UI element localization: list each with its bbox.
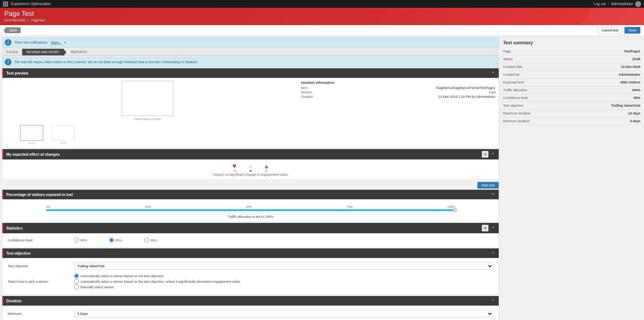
avatar-icon[interactable] — [635, 1, 641, 7]
collapse-icon[interactable]: ⌃ — [490, 70, 496, 76]
collapse-icon[interactable]: ⌃ — [490, 225, 496, 231]
notif-more-link[interactable]: More... — [51, 41, 62, 44]
notifications-bar: i There are notifications. More... ▾ — [2, 37, 499, 48]
tab-pages[interactable]: PAGES — [2, 49, 22, 55]
minimum-label: Minimum: — [8, 312, 74, 316]
test-summary-panel: Test summary PageTestPage1StatusDraftCre… — [502, 37, 642, 320]
effect-slider[interactable]: ≡ — [6, 162, 495, 171]
summary-row: Maximum duration14 days — [502, 110, 642, 117]
summary-row: Confidence level95% — [502, 94, 642, 102]
forecast-bar: i The test will require 4362 visitors to… — [2, 57, 499, 67]
panel-title: Test objective — [6, 251, 31, 255]
user-name[interactable]: Administrator — [611, 2, 633, 6]
panel-title: My expected effect of changes — [6, 152, 60, 156]
thumb-2[interactable]: 2 / 2 — [52, 125, 75, 145]
summary-row: Traffic allocation100% — [502, 86, 642, 94]
separator: | — [608, 2, 609, 6]
panel-test-preview: Test preview ⌃ Click image to zoom 1 / 2… — [2, 68, 499, 148]
reset-icon[interactable]: ⟳ — [482, 225, 488, 231]
panel-statistics: Statistics ⟳ ⌃ Confidence level: 90% 95%… — [2, 223, 499, 247]
objective-label: Test objective: — [8, 264, 74, 268]
traffic-note: Traffic allocation is set to 100% — [6, 215, 495, 219]
breadcrumb: DASHBOARD | PageTest — [4, 18, 640, 22]
panel-expected-effect: My expected effect of changes ⟳ ⌃ ≡ I ex… — [2, 149, 499, 180]
objective-select[interactable]: Trailing Value/Visit — [74, 262, 493, 270]
minimum-select[interactable]: 3 Days — [74, 310, 493, 317]
action-bar: Back Cancel test Save — [0, 25, 644, 36]
panel-title: Test preview — [6, 71, 28, 75]
cancel-test-button[interactable]: Cancel test — [598, 27, 622, 34]
crumb-dashboard[interactable]: DASHBOARD — [4, 18, 25, 22]
preview-image[interactable] — [122, 81, 173, 116]
thumb-1[interactable]: 1 / 2 — [20, 125, 43, 145]
summary-row: Created date12-Dec-2019 — [502, 63, 642, 71]
summary-row: Expected time4362 visitors — [502, 79, 642, 86]
collapse-icon[interactable]: ⌃ — [490, 298, 496, 304]
tab-bar: PAGES REVIEW AND START REPORTS — [2, 48, 499, 56]
notif-text: There are notifications. — [14, 41, 48, 44]
panel-title: Duration — [6, 299, 21, 303]
save-button[interactable]: Save — [624, 27, 640, 34]
collapse-icon[interactable]: ⌃ — [490, 192, 496, 197]
back-button[interactable]: Back — [6, 27, 21, 33]
radio-99[interactable]: 99% — [144, 238, 157, 242]
slider-handle[interactable] — [453, 208, 457, 212]
radio-90[interactable]: 90% — [74, 238, 87, 242]
preview-caption: Click image to zoom — [134, 117, 161, 121]
panel-title: Percentage of visitors exposed to test — [6, 193, 73, 197]
collapse-icon[interactable]: ⌃ — [490, 250, 496, 256]
reset-icon[interactable]: ⟳ — [482, 151, 488, 158]
decrease-icon — [233, 165, 236, 168]
panel-traffic: Percentage of visitors exposed to test ⌃… — [2, 190, 499, 222]
summary-row: Minimum duration3 days — [502, 117, 642, 125]
variation-info: Variation information: Item:/Sagittarius… — [301, 81, 495, 145]
forecast-text: The test will require 4362 visitors to f… — [14, 60, 198, 64]
effect-note: I expect no significant change in engage… — [6, 173, 495, 176]
winner-opt-1[interactable]: Automatically select a winner based on t… — [74, 273, 493, 278]
radio-95[interactable]: 95% — [109, 238, 122, 242]
apps-icon[interactable] — [3, 1, 8, 7]
panel-duration: Duration ⌃ Minimum: 3 Days Maximum: 14 D… — [2, 296, 499, 320]
winner-opt-3[interactable]: Manually select winner — [74, 285, 493, 289]
info-icon: i — [5, 39, 11, 46]
summary-row: Created byAdministrator — [502, 71, 642, 79]
crumb-current: PageTest — [31, 18, 45, 22]
winner-opt-2[interactable]: Automatically select a winner based on t… — [74, 279, 493, 284]
traffic-slider[interactable] — [46, 209, 455, 211]
confidence-label: Confidence level: — [8, 238, 74, 242]
increase-icon — [265, 165, 268, 168]
winner-label: Select how to pick a winner: — [8, 280, 74, 283]
page-header: Page Test DASHBOARD | PageTest — [0, 8, 644, 25]
tab-reports[interactable]: REPORTS — [66, 49, 91, 55]
summary-row: StatusDraft — [502, 55, 642, 63]
start-test-button[interactable]: Start test — [477, 182, 499, 189]
info-icon: i — [5, 59, 11, 65]
summary-title: Test summary — [502, 37, 642, 48]
page-title: Page Test — [4, 10, 640, 18]
panel-title: Statistics — [6, 226, 22, 230]
topbar: Experience Optimization Log out | Admini… — [0, 0, 644, 8]
collapse-icon[interactable]: ⌃ — [490, 151, 496, 157]
summary-row: Test objectiveTrailing Value/Visit — [502, 102, 642, 110]
panel-objective: Test objective ⌃ Test objective: Trailin… — [2, 248, 499, 295]
no-change-icon: ≡ — [250, 165, 251, 168]
summary-row: PageTestPage1 — [502, 48, 642, 55]
logout-link[interactable]: Log out — [593, 2, 606, 6]
app-name: Experience Optimization — [11, 2, 51, 6]
chevron-down-icon[interactable]: ▾ — [65, 41, 66, 44]
tab-review-and-start[interactable]: REVIEW AND START — [22, 49, 63, 55]
